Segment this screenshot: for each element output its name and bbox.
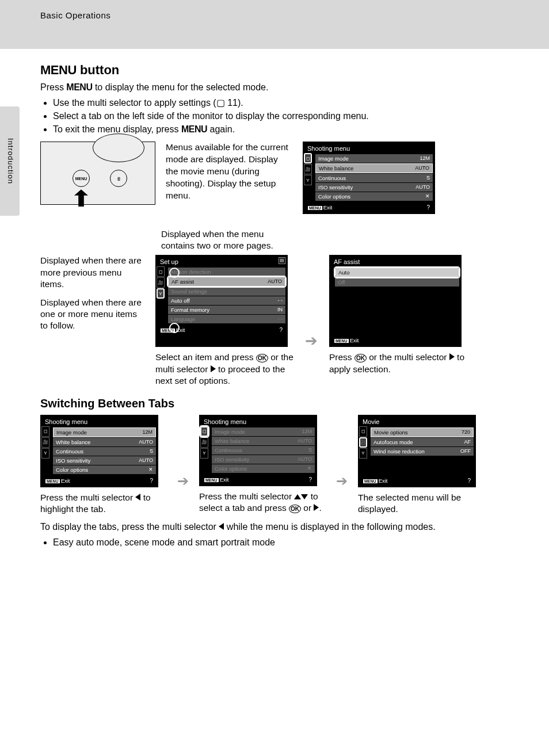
menu-item-label: Motion detection: [171, 269, 211, 275]
caption-next-items: Displayed when there are one or more men…: [40, 297, 144, 331]
bullet-item: Use the multi selector to apply settings…: [53, 96, 526, 109]
tab-camera-icon: ◻: [304, 153, 312, 163]
menu-item-value: AUTO: [298, 438, 312, 444]
menu-item-value: IN: [277, 307, 283, 313]
menu-item-label: Color options: [318, 193, 350, 200]
menu-item-label: Continuous: [318, 175, 346, 181]
setup-menu-display: Set up ▤ ◻🎥Y Motion detection AF assistA…: [155, 255, 288, 347]
arrow-right-icon: ➔: [305, 332, 318, 350]
help-icon: ?: [279, 327, 283, 333]
menu-item-label: Autofocus mode: [373, 439, 413, 445]
exit-label: Exit: [308, 204, 332, 211]
footer-para: To display the tabs, press the multi sel…: [40, 521, 526, 533]
menu-item-value: S: [150, 448, 153, 455]
menu-items: Image mode12M White balanceAUTO Continuo…: [315, 154, 433, 201]
menu-item-value: AUTO: [139, 457, 153, 464]
display-tabs: ◻ 🎥 Y: [304, 153, 313, 186]
display-title: Movie: [360, 417, 474, 427]
menu-item-label: ISO sensitivity: [56, 457, 90, 464]
menu-item-label: Color options: [215, 465, 247, 472]
footer-bullet: Easy auto mode, scene mode and smart por…: [53, 536, 526, 549]
intro-para: Press MENU to display the menu for the s…: [40, 81, 526, 94]
menu-item-label: AF assist: [171, 278, 194, 285]
exit-label: Exit: [334, 337, 359, 343]
menu-item-value: ✕: [148, 467, 153, 473]
heading-switching-tabs: Switching Between Tabs: [40, 397, 526, 410]
caption-prev-items: Displayed when there are more previous m…: [40, 255, 144, 289]
menu-description: Menus available for the current mode are…: [166, 142, 292, 202]
caption-pages: Displayed when the menu contains two or …: [161, 228, 299, 251]
menu-item-value: OFF: [460, 448, 471, 455]
caption-select-item: Select an item and press OK or the multi…: [155, 352, 293, 386]
trash-button-icon: 🗑: [110, 170, 127, 187]
menu-item-label: Sound settings: [171, 288, 207, 295]
exit-label: Exit: [204, 476, 228, 483]
menu-item-label: ISO sensitivity: [215, 456, 249, 463]
tab-movie-icon: 🎥: [304, 164, 312, 174]
menu-item-value: S: [308, 447, 312, 453]
arrow-up-icon: [74, 189, 88, 207]
menu-item-value: AUTO: [415, 165, 429, 171]
menu-item-label: Wind noise reduction: [373, 448, 425, 455]
tab-setup-icon: Y: [304, 175, 312, 185]
page-body: Introduction MENU button Press MENU to d…: [0, 49, 549, 756]
menu-item-value: AF: [464, 439, 471, 445]
arrow-right-icon: ➔: [336, 473, 348, 489]
help-icon: ?: [467, 478, 471, 484]
menu-item-value: 12M: [142, 429, 152, 436]
tabs-display-b: Shooting menu ◻🎥Y Image mode12M White ba…: [199, 415, 317, 486]
menu-item-value: - -: [278, 297, 283, 304]
exit-label: Exit: [363, 478, 387, 484]
menu-item-label: Image mode: [318, 155, 349, 162]
display-title: Shooting menu: [201, 417, 315, 427]
menu-label-prefix: MENU: [40, 63, 77, 77]
menu-item-value: - -: [278, 316, 283, 322]
menu-item-label: Auto off: [171, 297, 190, 304]
menu-item-label: White balance: [56, 439, 90, 445]
menu-item-value: AUTO: [268, 278, 282, 285]
caption-a: Press the multi selector to highlight th…: [40, 492, 167, 515]
menu-item-label: White balance: [215, 438, 249, 444]
menu-item-label: Continuous: [215, 447, 242, 453]
menu-item-label: White balance: [319, 165, 353, 171]
caption-apply: Press OK or the multi selector to apply …: [329, 352, 467, 375]
scroll-indicator-icon: ▤: [279, 257, 285, 264]
menu-item-value: 12M: [420, 155, 430, 162]
caption-c: The selected menu will be displayed.: [358, 492, 485, 515]
menu-item-label: Movie options: [374, 429, 408, 436]
help-icon: ?: [150, 478, 153, 484]
side-tab-introduction: Introduction: [0, 106, 20, 216]
menu-item-label: Continuous: [56, 448, 83, 455]
menu-item-value: S: [426, 175, 430, 181]
display-title: Shooting menu: [43, 417, 156, 427]
tabs-display-a: Shooting menu ◻🎥Y Image mode12M White ba…: [40, 415, 158, 487]
menu-item-label: Color options: [56, 467, 88, 473]
bullet-list-1: Use the multi selector to apply settings…: [40, 96, 526, 136]
menu-item-label: ISO sensitivity: [318, 184, 353, 190]
menu-item-label: Image mode: [56, 429, 87, 436]
menu-item-value: ✕: [425, 193, 430, 200]
menu-item-label: Auto: [338, 269, 350, 276]
arrow-right-icon: ➔: [177, 473, 189, 489]
help-icon: ?: [308, 476, 312, 483]
heading-menu-button: MENU button: [40, 63, 526, 78]
shooting-menu-display: Shooting menu ◻ 🎥 Y Image mode12M White …: [303, 142, 435, 214]
tabs-display-c: Movie ◻🎥Y Movie options720 Autofocus mod…: [358, 415, 476, 487]
display-title: Shooting menu: [305, 144, 433, 154]
menu-item-value: 12M: [302, 429, 312, 435]
menu-item-value: ✕: [307, 465, 312, 472]
af-assist-display: AF assist Auto Off Exit: [329, 255, 462, 347]
header-breadcrumb: Basic Operations: [0, 0, 549, 30]
display-title: Set up: [158, 257, 285, 268]
heading-suffix: button: [77, 63, 120, 77]
menu-item-value: AUTO: [415, 184, 430, 190]
menu-item-value: AUTO: [139, 439, 153, 445]
menu-item-label: Off: [338, 279, 345, 285]
menu-item-value: AUTO: [298, 456, 312, 463]
exit-label: Exit: [161, 327, 185, 333]
camera-illustration: MENU 🗑: [40, 142, 155, 205]
display-title: AF assist: [331, 257, 459, 268]
bullet-item: Select a tab on the left side of the mon…: [53, 109, 526, 123]
menu-item-value: 720: [462, 429, 470, 436]
help-icon: ?: [426, 204, 430, 211]
